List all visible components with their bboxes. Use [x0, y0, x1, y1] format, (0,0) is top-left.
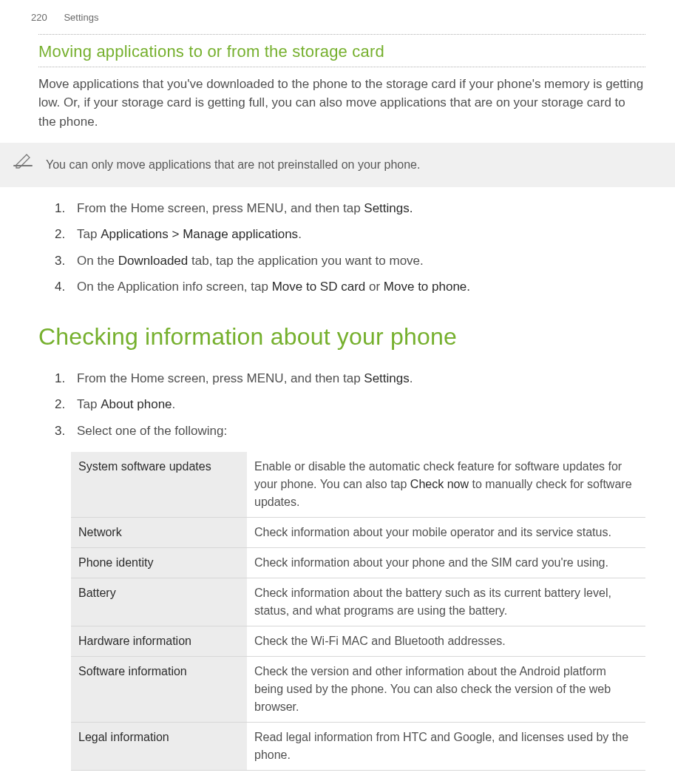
- table-row: Network Check information about your mob…: [71, 518, 645, 548]
- row-desc: Check information about the battery such…: [247, 578, 645, 626]
- step-bold: Applications > Manage applications: [101, 227, 298, 241]
- divider: [38, 34, 645, 35]
- step-bold: Move to SD card: [272, 280, 366, 294]
- step-mid: or: [365, 280, 384, 294]
- divider: [38, 67, 645, 67]
- table-row: Software information Check the version a…: [71, 657, 645, 723]
- step-pre: From the Home screen, press MENU, and th…: [77, 371, 364, 385]
- row-label: Phone identity: [71, 548, 247, 578]
- row-desc: Check the version and other information …: [247, 657, 645, 723]
- step-post: .: [298, 227, 302, 241]
- intro-paragraph: Move applications that you've downloaded…: [38, 75, 645, 132]
- step-pre: Tap: [77, 397, 101, 411]
- step-bold: Settings: [364, 371, 409, 385]
- step-post: .: [172, 397, 176, 411]
- list-item: On the Downloaded tab, tap the applicati…: [61, 251, 645, 271]
- list-item: Tap About phone.: [61, 395, 645, 414]
- step-pre: On the: [77, 254, 118, 268]
- row-label: Battery: [71, 578, 247, 626]
- list-item: Tap Applications > Manage applications.: [61, 225, 645, 244]
- step-bold: Move to phone.: [384, 280, 470, 294]
- table-row: Battery Check information about the batt…: [71, 578, 645, 626]
- step-bold: Settings.: [364, 201, 413, 215]
- desc-bold: Check now: [410, 478, 469, 490]
- row-label: System software updates: [71, 452, 247, 518]
- list-item: From the Home screen, press MENU, and th…: [61, 369, 645, 388]
- step-bold: About phone: [101, 397, 172, 411]
- note-text: You can only move applications that are …: [46, 156, 420, 174]
- row-desc: Check the Wi-Fi MAC and Bluetooth addres…: [247, 626, 645, 657]
- chapter-title: Settings: [64, 10, 98, 25]
- table-row: System software updates Enable or disabl…: [71, 452, 645, 518]
- ordered-list: From the Home screen, press MENU, and th…: [61, 199, 645, 297]
- row-label: Software information: [71, 657, 247, 723]
- table-row: Phone identity Check information about y…: [71, 548, 645, 578]
- row-label: Legal information: [71, 723, 247, 771]
- row-label: Hardware information: [71, 626, 247, 657]
- list-item: Select one of the following:: [61, 422, 645, 441]
- table-row: Hardware information Check the Wi-Fi MAC…: [71, 626, 645, 657]
- step-pre: On the Application info screen, tap: [77, 280, 272, 294]
- step-pre: Select one of the following:: [77, 424, 227, 438]
- page-number: 220: [31, 10, 47, 25]
- table-row: Legal information Read legal information…: [71, 723, 645, 771]
- step-pre: From the Home screen, press MENU, and th…: [77, 201, 364, 215]
- step-pre: Tap: [77, 227, 101, 241]
- list-item: On the Application info screen, tap Move…: [61, 277, 645, 297]
- row-desc: Enable or disable the automatic check fe…: [247, 452, 645, 518]
- info-table: System software updates Enable or disabl…: [71, 452, 645, 771]
- step-post: .: [410, 371, 413, 385]
- note-box: You can only move applications that are …: [0, 143, 675, 187]
- pencil-icon: [12, 153, 34, 177]
- row-desc: Check information about your mobile oper…: [247, 518, 645, 548]
- row-label: Network: [71, 518, 247, 548]
- step-bold: Downloaded: [118, 254, 189, 268]
- ordered-list: From the Home screen, press MENU, and th…: [61, 369, 645, 441]
- row-desc: Check information about your phone and t…: [247, 548, 645, 578]
- list-item: From the Home screen, press MENU, and th…: [61, 199, 645, 218]
- step-post: tab, tap the application you want to mov…: [188, 254, 423, 268]
- section-heading: Moving applications to or from the stora…: [38, 39, 645, 64]
- page-heading: Checking information about your phone: [38, 319, 645, 354]
- row-desc: Read legal information from HTC and Goog…: [247, 723, 645, 771]
